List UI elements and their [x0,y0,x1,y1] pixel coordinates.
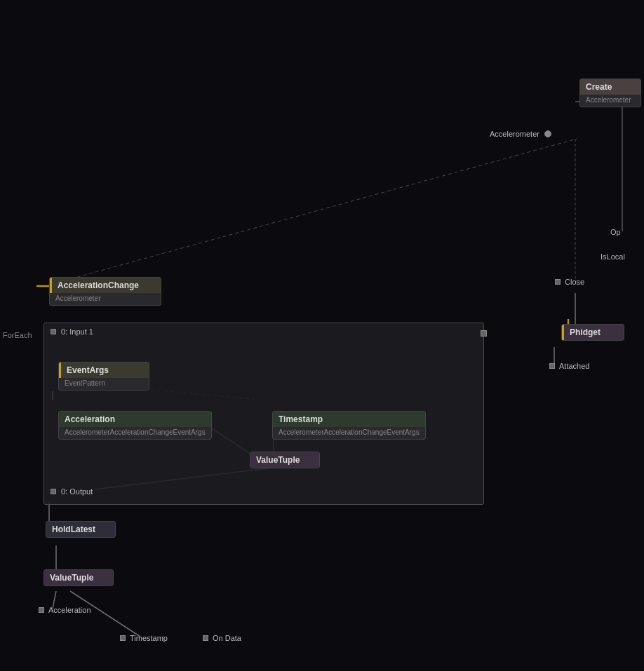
output-port-row: 0: Output [50,487,93,496]
acceleration-node[interactable]: Acceleration AccelerometerAccelerationCh… [58,411,212,440]
input-port-row: 0: Input 1 [44,323,483,339]
timestamp-out-port[interactable] [120,635,126,641]
timestamp-node[interactable]: Timestamp AccelerometerAccelerationChang… [272,411,426,440]
input-label: 0: Input 1 [61,327,93,336]
ondata-port[interactable] [203,635,208,641]
acceleration-out-row: Acceleration [38,606,91,614]
timestamp-out-label: Timestamp [130,634,168,642]
acceleration-sublabel: AccelerometerAccelerationChangeEventArgs [59,427,211,439]
attached-row: Attached [549,362,589,370]
svg-line-0 [53,139,577,284]
eventargs-header: EventArgs [59,362,149,378]
ondata-row: On Data [202,634,241,642]
eventargs-node[interactable]: EventArgs EventPattern [58,362,149,391]
acceleration-out-label: Acceleration [48,606,91,614]
valuetuple-inner-header: ValueTuple [250,452,319,468]
close-label: Close [565,278,584,286]
acceleration-out-port[interactable] [39,607,44,613]
close-port[interactable] [555,279,561,285]
op-label: Op [610,228,621,236]
timestamp-header: Timestamp [273,412,425,427]
output-label: 0: Output [61,487,93,496]
acceleration-change-node[interactable]: AccelerationChange Accelerometer [49,277,161,306]
accel-change-sublabel: Accelerometer [50,293,161,305]
valuetuple-outer-header: ValueTuple [44,570,113,585]
foreach-right-port[interactable] [481,330,487,337]
foreach-label: ForEach [3,331,32,339]
eventargs-sublabel: EventPattern [59,378,149,390]
valuetuple-outer-node[interactable]: ValueTuple [43,569,114,586]
attached-label: Attached [559,362,589,370]
holdlatest-node[interactable]: HoldLatest [46,521,116,538]
create-node[interactable]: Create Accelerometer [579,79,641,107]
close-row: Close [554,278,584,286]
attached-port[interactable] [549,363,555,369]
acceleration-header: Acceleration [59,412,211,427]
input-port[interactable] [51,329,56,334]
timestamp-sublabel: AccelerometerAccelerationChangeEventArgs [273,427,425,439]
timestamp-out-row: Timestamp [119,634,168,642]
create-node-sublabel: Accelerometer [580,95,640,107]
accelerometer-port[interactable] [544,130,551,137]
ondata-label: On Data [213,634,241,642]
foreach-container: 0: Input 1 EventArgs EventPattern Accele… [43,323,484,505]
create-node-header: Create [580,79,640,95]
node-canvas: Create Accelerometer Accelerometer Op Is… [0,0,644,671]
output-port[interactable] [51,489,56,494]
accelerometer-port-row: Accelerometer [490,130,552,138]
holdlatest-header: HoldLatest [46,522,115,537]
islocal-label: IsLocal [601,252,625,261]
valuetuple-inner-node[interactable]: ValueTuple [250,452,320,468]
accel-change-header: AccelerationChange [50,278,161,293]
phidget-node[interactable]: Phidget [561,324,624,341]
phidget-header: Phidget [562,325,624,340]
accelerometer-label: Accelerometer [490,130,539,138]
